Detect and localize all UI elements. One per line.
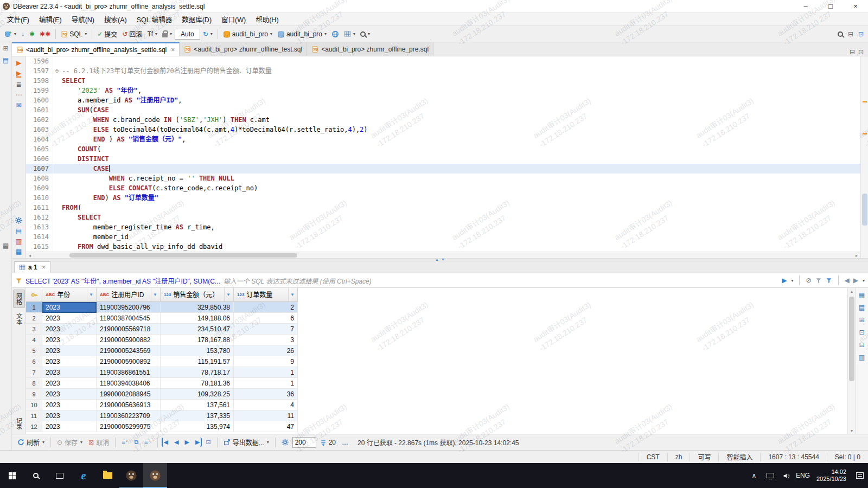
table-cell[interactable]: 78,718.17 <box>161 367 234 378</box>
editor-settings-gear-icon[interactable] <box>15 217 22 224</box>
table-cell[interactable]: 21900005299975 <box>97 421 161 432</box>
code-line[interactable]: 1608 WHEN c.receipt_no = '' THEN NULL <box>26 174 860 183</box>
export-script-icon[interactable]: ▤ <box>16 228 22 234</box>
apply-filter-button[interactable]: ▶ <box>782 277 787 284</box>
refresh-button[interactable]: 刷新▾ <box>15 436 47 448</box>
table-cell[interactable]: 9 <box>234 356 298 367</box>
table-cell[interactable]: 78,181.36 <box>161 378 234 389</box>
code-area[interactable]: 15961597⊖-- 6.2.1线下23年订单支付金额前20名注册用户的销售金… <box>26 56 860 252</box>
save-all-button[interactable]: ✱✱ <box>37 28 53 41</box>
row-number-cell[interactable]: 11 <box>26 410 42 421</box>
code-line[interactable]: 1602 WHEN c.brand_code IN ('SBZ','JXH') … <box>26 115 860 125</box>
restore-panel-icon[interactable]: ⊞ <box>3 44 8 52</box>
minimize-button[interactable]: – <box>793 0 818 12</box>
table-row[interactable]: 720231190038686155178,718.171 <box>26 367 847 378</box>
code-line[interactable]: 1603 ELSE toDecimal64(toDecimal64(c.amt,… <box>26 125 860 134</box>
code-line[interactable]: 1598SELECT <box>26 76 860 86</box>
connection-selector[interactable]: audit_bi_pro▾ <box>221 28 275 41</box>
column-header[interactable]: ABC注册用户ID▼ <box>97 288 161 302</box>
table-cell[interactable]: 26 <box>234 345 298 356</box>
table-cell[interactable]: 2023 <box>42 313 97 324</box>
code-line[interactable]: 1605 COUNT( <box>26 144 860 154</box>
cancel-result-button[interactable]: ⊠取消 <box>86 436 111 448</box>
tab-close-icon[interactable]: × <box>42 264 46 271</box>
zoom-value-button[interactable]: ⊡ <box>203 438 213 447</box>
filter-input-placeholder[interactable]: 输入一个 SQL 表达式来过滤结果 (使用 Ctrl+Space) <box>224 276 372 285</box>
code-line[interactable]: 1599 '2023' AS "年份", <box>26 86 860 95</box>
import-script-icon[interactable]: ▥ <box>16 238 22 245</box>
filter-back-button[interactable]: ◀ <box>845 277 850 284</box>
row-number-cell[interactable]: 2 <box>26 313 42 324</box>
table-cell[interactable]: 109,328.25 <box>161 389 234 400</box>
table-cell[interactable]: 2023 <box>42 324 97 335</box>
tray-expand-button[interactable]: ∧ <box>746 472 762 479</box>
table-cell[interactable]: 137,561 <box>161 400 234 410</box>
menu-item[interactable]: 搜索(A) <box>99 13 132 25</box>
panel-value-viewer-icon[interactable]: ▦ <box>859 291 865 299</box>
code-line[interactable]: 1615 FROM dwd_basic_all_vip_info_dd dbav… <box>26 242 860 252</box>
row-number-cell[interactable]: 6 <box>26 356 42 367</box>
results-view-tab[interactable]: 记录 <box>14 415 24 432</box>
network-icon[interactable] <box>762 473 778 478</box>
scrollbar-thumb[interactable] <box>849 297 854 381</box>
add-row-button[interactable]: ≡⁺ <box>119 438 130 447</box>
code-line[interactable]: 1611FROM( <box>26 203 860 213</box>
results-view-tab[interactable]: 网格 <box>13 290 25 308</box>
table-cell[interactable]: 21900005243569 <box>97 345 161 356</box>
minimize-editor-icon[interactable]: ⊟ <box>850 48 855 56</box>
code-line[interactable]: 1614 member_id <box>26 232 860 242</box>
row-number-cell[interactable]: 1 <box>26 302 42 313</box>
table-cell[interactable]: 11900394038406 <box>97 378 161 389</box>
table-cell[interactable]: 11900395200796 <box>97 302 161 313</box>
row-number-cell[interactable]: 10 <box>26 400 42 410</box>
filter-forward-button[interactable]: ▶ <box>853 277 858 284</box>
row-number-cell[interactable]: 5 <box>26 345 42 356</box>
execute-statement-button[interactable]: ▶ <box>16 60 21 66</box>
table-cell[interactable]: 2023 <box>42 345 97 356</box>
row-number-cell[interactable]: 4 <box>26 335 42 345</box>
column-filter-icon[interactable]: ▼ <box>151 288 159 301</box>
table-cell[interactable]: 21900005900892 <box>97 356 161 367</box>
panel-references-icon[interactable]: ⊡ <box>859 329 864 336</box>
table-cell[interactable]: 135,974 <box>161 421 234 432</box>
table-cell[interactable]: 1 <box>234 378 298 389</box>
close-button[interactable]: × <box>843 0 868 12</box>
results-grid[interactable]: ABC年份▼ABC注册用户ID▼123销售金额（元）▼123订单数量▼12023… <box>26 288 847 434</box>
panel-groupings-icon[interactable]: ▥ <box>859 354 865 361</box>
start-button[interactable] <box>0 463 24 488</box>
column-filter-icon[interactable]: ▼ <box>224 288 232 301</box>
fetch-next-button[interactable]: 20 <box>318 438 338 447</box>
transaction-lock-button[interactable]: ▾ <box>160 28 174 41</box>
table-row[interactable]: 11202311900360223709137,33511 <box>26 410 847 421</box>
table-cell[interactable]: 6 <box>234 313 298 324</box>
results-tab[interactable]: a 1 × <box>14 261 50 273</box>
table-row[interactable]: 6202321900005900892115,191.579 <box>26 356 847 367</box>
action-center-button[interactable] <box>852 472 868 479</box>
table-cell[interactable]: 234,510.47 <box>161 324 234 335</box>
table-row[interactable]: 2202311900387004545149,188.066 <box>26 313 847 324</box>
table-row[interactable]: 3202321900005569718234,510.477 <box>26 324 847 335</box>
connection-info-button[interactable] <box>329 28 341 41</box>
internet-explorer-button[interactable]: e <box>72 463 95 488</box>
table-cell[interactable]: 2023 <box>42 400 97 410</box>
last-row-button[interactable]: ▶ <box>193 438 202 447</box>
file-explorer-button[interactable] <box>95 463 119 488</box>
menu-item[interactable]: 数据库(D) <box>177 13 216 25</box>
table-row[interactable]: 9202319900002088945109,328.2536 <box>26 389 847 400</box>
table-cell[interactable]: 19900002088945 <box>97 389 161 400</box>
table-cell[interactable]: 2023 <box>42 389 97 400</box>
previous-row-button[interactable]: ◀ <box>172 438 181 447</box>
filter-history-dropdown[interactable]: ▾ <box>791 278 793 283</box>
maximize-button[interactable]: □ <box>818 0 843 12</box>
row-number-header[interactable] <box>26 288 42 302</box>
table-cell[interactable]: 2023 <box>42 421 97 432</box>
code-line[interactable]: 1609 ELSE CONCAT(c.store_code,c.receipt_… <box>26 183 860 193</box>
row-number-cell[interactable]: 7 <box>26 367 42 378</box>
tab-close-icon[interactable]: × <box>171 46 175 54</box>
menu-item[interactable]: 编辑(E) <box>34 13 67 25</box>
code-line[interactable]: 1601 SUM(CASE <box>26 105 860 115</box>
code-line[interactable]: 1597⊖-- 6.2.1线下23年订单支付金额前20名注册用户的销售金额、订单… <box>26 66 860 76</box>
table-cell[interactable]: 153,780 <box>161 345 234 356</box>
table-row[interactable]: 12202321900005299975135,97447 <box>26 421 847 432</box>
panel-calc-icon[interactable]: ⊟ <box>859 341 864 349</box>
